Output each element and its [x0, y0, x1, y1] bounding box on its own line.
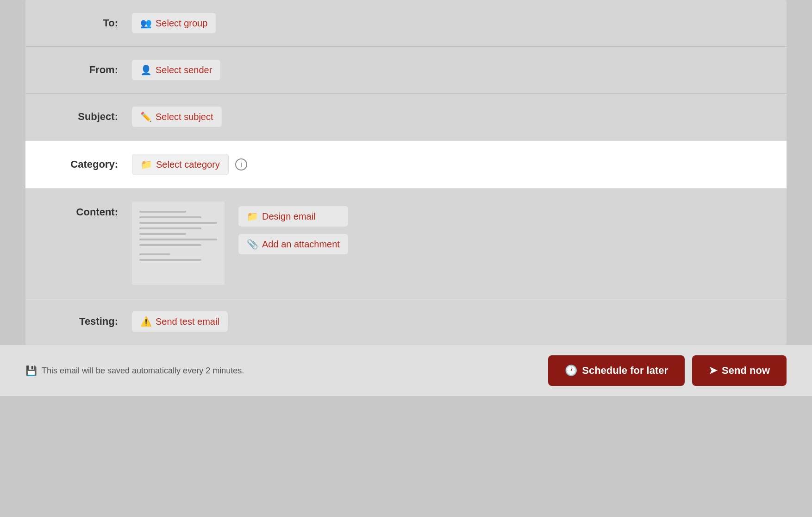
- autosave-message: 💾 This email will be saved automatically…: [25, 365, 244, 376]
- content-label: Content:: [44, 206, 118, 218]
- testing-label: Testing:: [44, 315, 118, 328]
- subject-label: Subject:: [44, 111, 118, 123]
- add-attachment-button[interactable]: 📎 Add an attachment: [238, 234, 348, 254]
- preview-line: [139, 216, 201, 218]
- preview-line: [139, 239, 217, 240]
- preview-line: [139, 233, 186, 235]
- email-preview-thumbnail: [132, 202, 225, 285]
- preview-line: [139, 253, 170, 255]
- to-row: To: 👥 Select group: [25, 0, 787, 47]
- info-icon[interactable]: i: [235, 158, 247, 170]
- content-row: Content: 📁: [25, 189, 787, 298]
- category-label: Category:: [44, 158, 118, 170]
- from-label: From:: [44, 64, 118, 76]
- schedule-later-button[interactable]: 🕐 Schedule for later: [548, 355, 685, 386]
- send-now-label: Send now: [722, 365, 770, 377]
- attachment-icon: 📎: [247, 239, 258, 250]
- design-email-button[interactable]: 📁 Design email: [238, 206, 348, 227]
- preview-lines: [132, 202, 225, 274]
- select-subject-button[interactable]: ✏️ Select subject: [132, 107, 222, 127]
- footer-buttons: 🕐 Schedule for later ➤ Send now: [548, 355, 787, 386]
- select-category-button[interactable]: 📁 Select category: [132, 154, 229, 175]
- select-group-label: Select group: [156, 18, 207, 29]
- preview-line: [139, 259, 201, 261]
- subject-icon: ✏️: [140, 111, 152, 122]
- content-actions: 📁 Design email 📎 Add an attachment: [238, 202, 348, 254]
- schedule-later-label: Schedule for later: [582, 365, 668, 377]
- send-icon: ➤: [709, 365, 717, 377]
- clock-icon: 🕐: [565, 365, 577, 377]
- send-test-email-label: Send test email: [156, 316, 219, 327]
- design-icon: 📁: [247, 211, 258, 222]
- warning-icon: ⚠️: [140, 316, 152, 327]
- testing-row: Testing: ⚠️ Send test email: [25, 298, 787, 345]
- preview-line: [139, 227, 201, 229]
- add-attachment-label: Add an attachment: [262, 239, 340, 250]
- preview-line: [139, 222, 217, 224]
- design-email-label: Design email: [262, 211, 316, 222]
- autosave-icon: 💾: [25, 365, 37, 376]
- select-category-label: Select category: [156, 159, 220, 170]
- footer: 💾 This email will be saved automatically…: [0, 345, 812, 396]
- preview-line: [139, 211, 186, 213]
- page-wrapper: To: 👥 Select group From: 👤 Select sender…: [0, 0, 812, 517]
- select-group-button[interactable]: 👥 Select group: [132, 13, 216, 33]
- autosave-text: This email will be saved automatically e…: [42, 366, 244, 376]
- subject-row: Subject: ✏️ Select subject: [25, 94, 787, 140]
- from-row: From: 👤 Select sender: [25, 47, 787, 94]
- preview-line: [139, 244, 201, 246]
- select-sender-button[interactable]: 👤 Select sender: [132, 60, 220, 80]
- main-card: To: 👥 Select group From: 👤 Select sender…: [25, 0, 787, 345]
- sender-icon: 👤: [140, 64, 152, 76]
- send-now-button[interactable]: ➤ Send now: [692, 355, 787, 386]
- send-test-email-button[interactable]: ⚠️ Send test email: [132, 311, 228, 332]
- to-label: To:: [44, 17, 118, 29]
- category-icon: 📁: [141, 159, 152, 170]
- select-subject-label: Select subject: [156, 112, 213, 122]
- select-sender-label: Select sender: [156, 65, 212, 76]
- group-icon: 👥: [140, 18, 152, 29]
- category-row: Category: 📁 Select category i: [25, 140, 787, 189]
